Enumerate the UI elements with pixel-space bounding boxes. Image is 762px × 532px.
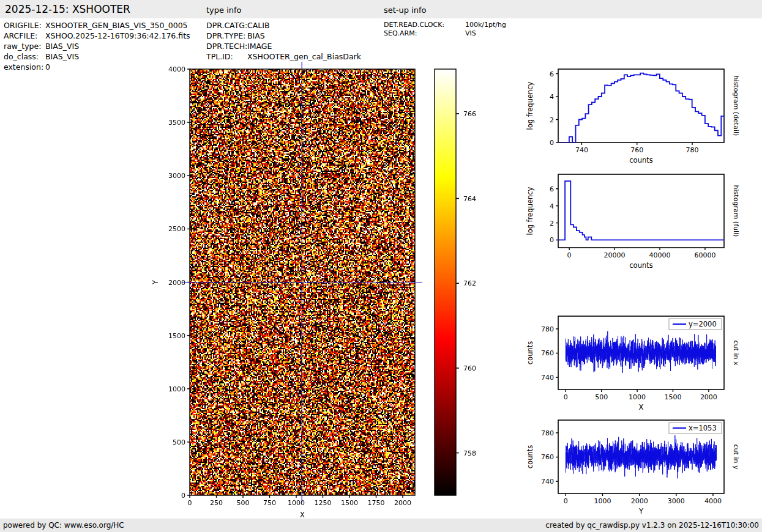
y-tick-label: 760 xyxy=(541,453,554,461)
type-info-heading: type info xyxy=(206,6,242,15)
setup-info-row: DET.READ.CLOCK:100k/1pt/hg xyxy=(384,21,506,29)
colorbar-tick-label: 760 xyxy=(463,364,476,372)
meta-label: do_class: xyxy=(4,51,45,62)
x-tick-label: 250 xyxy=(210,499,223,507)
colorbar-tick-label: 766 xyxy=(463,110,476,118)
x-tick-label: 1000 xyxy=(594,497,611,505)
meta-value: BIAS_VIS xyxy=(45,51,79,62)
y-axis-label: log frequency xyxy=(526,187,534,235)
colorbar-box xyxy=(435,69,456,495)
colorbar-tick-label: 764 xyxy=(463,195,476,203)
x-tick-label: 4000 xyxy=(704,497,722,505)
y-tick-label: 6 xyxy=(550,70,554,78)
histogram-detail-series xyxy=(558,73,725,142)
x-axis-label: X xyxy=(300,511,305,519)
x-axis-label: Y xyxy=(638,507,644,515)
x-tick-label: 2000 xyxy=(700,393,717,401)
y-tick-label: 1500 xyxy=(168,332,185,340)
y-tick-label: 0 xyxy=(550,139,554,147)
qc-report-page: 2025-12-15: XSHOOTER type info set-up in… xyxy=(0,0,762,532)
y-tick-label: 2500 xyxy=(168,225,185,233)
y-tick-label: 3500 xyxy=(168,119,185,127)
right-side-label: histogram (full) xyxy=(732,185,740,237)
histogram-full-series xyxy=(558,181,724,240)
x-tick-label: 1250 xyxy=(314,499,331,507)
meta-value: VIS xyxy=(465,29,476,38)
x-tick-label: 2000 xyxy=(631,497,648,505)
x-tick-label: 0 xyxy=(188,499,192,507)
colorbar-tick-label: 762 xyxy=(463,279,476,287)
meta-value: 0 xyxy=(45,62,50,72)
meta-value: 100k/1pt/hg xyxy=(465,21,506,29)
axes-box xyxy=(558,174,724,248)
setup-info-heading: set-up info xyxy=(384,6,427,15)
setup-info-row: SEQ.ARM:VIS xyxy=(384,29,506,38)
x-axis-label: counts xyxy=(629,261,652,270)
meta-label: DPR.TYPE: xyxy=(206,31,247,41)
meta-label: DET.READ.CLOCK: xyxy=(384,21,465,29)
x-tick-label: 750 xyxy=(263,499,276,507)
meta-label: DPR.TECH: xyxy=(206,41,247,51)
footer-created-by: created by qc_rawdisp.py v1.2.3 on 2025-… xyxy=(545,521,759,530)
x-tick-label: 0 xyxy=(564,497,568,505)
file-info-row: ARCFILE:XSHOO.2025-12-16T09:36:42.176.fi… xyxy=(4,31,190,41)
colorbar-tick-label: 758 xyxy=(463,449,476,457)
y-axis-label: log frequency xyxy=(526,81,534,130)
y-tick-label: 780 xyxy=(541,325,554,333)
header-bar: 2025-12-15: XSHOOTER type info set-up in… xyxy=(0,0,762,18)
axes-box xyxy=(558,69,724,142)
cut-in-x-plot: 0500100015002000740760780Xcountscut in x… xyxy=(517,305,762,410)
y-axis-label: counts xyxy=(526,341,534,364)
meta-label: DPR.CATG: xyxy=(206,20,247,31)
histogram-detail-plot: 7407607800246countslog frequencyhistogra… xyxy=(517,58,762,163)
y-tick-label: 0 xyxy=(181,492,185,500)
x-tick-label: 740 xyxy=(575,146,588,154)
x-tick-label: 1500 xyxy=(664,393,681,401)
x-tick-label: 0 xyxy=(567,251,572,259)
x-tick-label: 20000 xyxy=(604,251,626,259)
x-tick-label: 0 xyxy=(564,393,568,401)
cut-in-y-plot: 01000200030004000740760780Ycountscut in … xyxy=(517,409,762,514)
file-info-row: ORIGFILE:XSHOOTER_GEN_BIAS_VIS_350_0005 xyxy=(4,20,190,31)
y-tick-label: 780 xyxy=(541,429,554,437)
right-side-label: cut in y xyxy=(732,445,740,470)
cut-in-x-series xyxy=(566,331,715,373)
y-tick-label: 1000 xyxy=(168,385,185,393)
y-tick-label: 760 xyxy=(541,349,554,357)
x-tick-label: 500 xyxy=(595,393,608,401)
y-tick-label: 2 xyxy=(550,220,554,227)
meta-label: extension: xyxy=(4,62,45,72)
type-info-row: DPR.TYPE:BIAS xyxy=(206,31,361,41)
y-tick-label: 6 xyxy=(550,185,554,193)
x-tick-label: 1500 xyxy=(341,499,358,507)
y-tick-label: 500 xyxy=(173,438,185,446)
meta-value: BIAS xyxy=(247,31,265,41)
type-info-list: DPR.CATG:CALIB DPR.TYPE:BIAS DPR.TECH:IM… xyxy=(206,20,361,62)
legend-label: x=1053 xyxy=(689,424,717,432)
y-tick-label: 0 xyxy=(550,236,554,244)
x-tick-label: 760 xyxy=(630,146,643,154)
x-tick-label: 60000 xyxy=(694,251,715,259)
x-tick-label: 1750 xyxy=(367,499,384,507)
y-tick-label: 4 xyxy=(550,93,554,101)
y-tick-label: 740 xyxy=(541,478,554,486)
right-side-label: histogram (detail) xyxy=(732,76,740,136)
x-tick-label: 2000 xyxy=(394,499,411,507)
file-info-row: raw_type:BIAS_VIS xyxy=(4,41,190,51)
y-axis-label: counts xyxy=(526,445,534,468)
meta-label: ARCFILE: xyxy=(4,31,45,41)
footer-powered-by: powered by QC: www.eso.org/HC xyxy=(3,521,124,530)
y-axis-label: Y xyxy=(151,279,160,285)
cut-in-y-series xyxy=(566,435,716,478)
y-tick-label: 2 xyxy=(550,116,554,124)
meta-label: raw_type: xyxy=(4,41,45,51)
setup-info-list: DET.READ.CLOCK:100k/1pt/hg SEQ.ARM:VIS xyxy=(384,21,506,38)
meta-value: BIAS_VIS xyxy=(45,41,79,51)
main-plot-axes: 0250500750100012501500175020000500100015… xyxy=(147,58,490,532)
meta-value: CALIB xyxy=(247,20,270,31)
y-tick-label: 740 xyxy=(541,374,554,382)
y-tick-label: 4000 xyxy=(168,65,185,73)
y-tick-label: 4 xyxy=(550,202,554,210)
meta-value: IMAGE xyxy=(247,41,272,51)
meta-label: ORIGFILE: xyxy=(4,20,45,31)
